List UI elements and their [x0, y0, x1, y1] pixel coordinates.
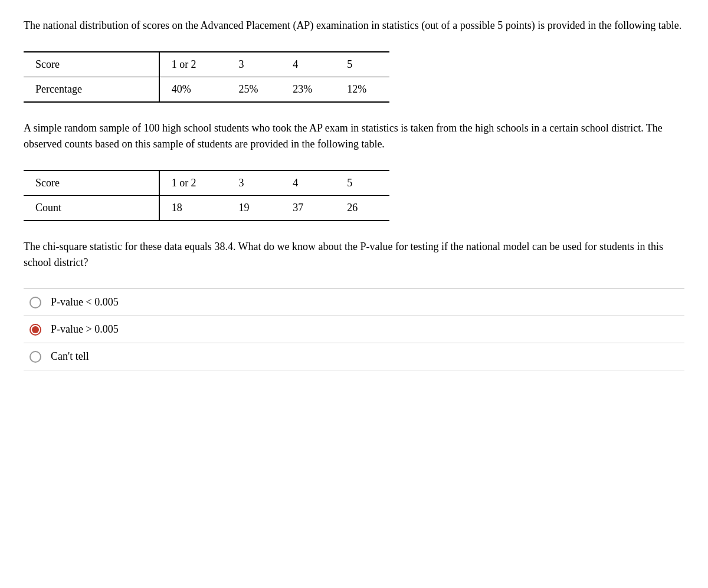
table2-label-count: Count [24, 196, 159, 221]
table2-val-1or2: 18 [159, 196, 227, 221]
table1-header-4: 4 [281, 52, 335, 77]
option-2-label: P-value > 0.005 [51, 323, 119, 336]
option-3-label: Can't tell [51, 350, 89, 363]
radio-2[interactable] [30, 324, 41, 336]
table1-val-4: 23% [281, 77, 335, 103]
radio-1[interactable] [30, 297, 41, 308]
table1-header-score: Score [24, 52, 159, 77]
table2-header-4: 4 [281, 170, 335, 196]
table1-val-1or2: 40% [159, 77, 227, 103]
table1-val-3: 25% [227, 77, 281, 103]
table2-val-3: 19 [227, 196, 281, 221]
option-1[interactable]: P-value < 0.005 [24, 288, 684, 316]
table1-label-percentage: Percentage [24, 77, 159, 103]
table2-header-1or2: 1 or 2 [159, 170, 227, 196]
intro-text: The national distribution of scores on t… [24, 18, 684, 34]
table2-header-3: 3 [227, 170, 281, 196]
table1-val-5: 12% [335, 77, 389, 103]
table1-header-5: 5 [335, 52, 389, 77]
table1-header-3: 3 [227, 52, 281, 77]
options-container: P-value < 0.005 P-value > 0.005 Can't te… [24, 288, 684, 370]
table2-header-5: 5 [335, 170, 389, 196]
option-2[interactable]: P-value > 0.005 [24, 316, 684, 343]
table1: Score 1 or 2 3 4 5 Percentage 40% 25% 23… [24, 51, 389, 103]
table2-container: Score 1 or 2 3 4 5 Count 18 19 37 26 [24, 170, 684, 221]
radio-3[interactable] [30, 351, 41, 363]
table2-header-score: Score [24, 170, 159, 196]
option-3[interactable]: Can't tell [24, 343, 684, 370]
question-text: The chi-square statistic for these data … [24, 239, 684, 271]
middle-text: A simple random sample of 100 high schoo… [24, 120, 684, 152]
table2-val-4: 37 [281, 196, 335, 221]
table2: Score 1 or 2 3 4 5 Count 18 19 37 26 [24, 170, 389, 221]
option-1-label: P-value < 0.005 [51, 296, 119, 308]
table1-container: Score 1 or 2 3 4 5 Percentage 40% 25% 23… [24, 51, 684, 103]
table2-val-5: 26 [335, 196, 389, 221]
table1-header-1or2: 1 or 2 [159, 52, 227, 77]
